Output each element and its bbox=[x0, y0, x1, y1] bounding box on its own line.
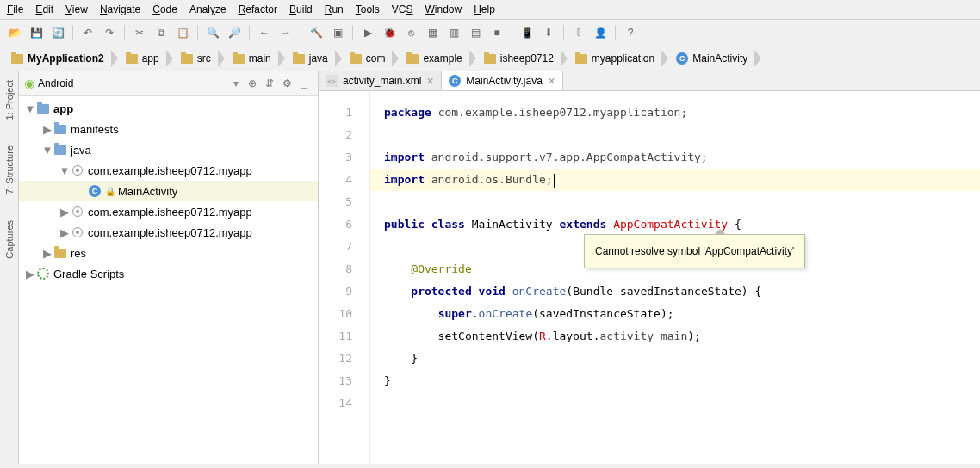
tree-twisty[interactable]: ▶ bbox=[41, 247, 53, 260]
toolbar-stop2-button[interactable]: ■ bbox=[487, 23, 506, 42]
toolbar-replace-button[interactable]: 🔎 bbox=[225, 23, 244, 42]
code-line[interactable]: setContentView(R.layout.activity_main); bbox=[384, 325, 980, 348]
toolbar-undo-button[interactable]: ↶ bbox=[78, 23, 97, 42]
editor-tab[interactable]: <>activity_main.xml✕ bbox=[319, 71, 442, 90]
breadcrumb-item[interactable]: com bbox=[344, 50, 394, 67]
toolbar-save-button[interactable]: 💾 bbox=[27, 23, 46, 42]
tool-window-captures[interactable]: Captures bbox=[4, 220, 15, 259]
code-line[interactable]: import android.os.Bundle; bbox=[370, 169, 980, 191]
code-line[interactable] bbox=[384, 392, 980, 415]
code-line[interactable]: public class MainActivity extends AppCom… bbox=[384, 213, 980, 236]
breadcrumb-item[interactable]: MyApplication2 bbox=[5, 50, 113, 67]
code-line[interactable]: } bbox=[384, 370, 980, 392]
breadcrumb-label: isheep0712 bbox=[500, 52, 554, 65]
breadcrumb-item[interactable]: src bbox=[175, 50, 220, 67]
folder-icon bbox=[292, 52, 306, 65]
toolbar-redo-button[interactable]: ↷ bbox=[100, 23, 119, 42]
tree-item[interactable]: ▼java bbox=[19, 139, 318, 160]
breadcrumb-bar: MyApplication2appsrcmainjavacomexampleis… bbox=[0, 46, 980, 71]
tree-item[interactable]: ▼com.example.isheep0712.myapp bbox=[19, 160, 318, 181]
toolbar-sync-button[interactable]: 🔄 bbox=[48, 23, 67, 42]
collapse-icon[interactable]: ⊕ bbox=[244, 75, 261, 92]
toolbar-find-button[interactable]: 🔍 bbox=[203, 23, 222, 42]
tree-label: manifests bbox=[71, 123, 119, 136]
tree-twisty[interactable]: ▼ bbox=[41, 144, 53, 157]
code-line[interactable]: } bbox=[384, 348, 980, 370]
expand-icon[interactable]: ⇵ bbox=[261, 75, 278, 92]
code-line[interactable]: protected void onCreate(Bundle savedInst… bbox=[384, 280, 980, 303]
breadcrumb-item[interactable]: myapplication bbox=[569, 50, 663, 67]
gear-icon[interactable]: ⚙ bbox=[278, 75, 295, 92]
menu-file[interactable]: File bbox=[7, 3, 23, 15]
menu-code[interactable]: Code bbox=[152, 3, 177, 15]
tree-item[interactable]: ▶com.example.isheep0712.myapp bbox=[19, 222, 318, 243]
toolbar-stop-button[interactable]: ▦ bbox=[423, 23, 442, 42]
code-line[interactable] bbox=[384, 191, 980, 213]
tree-item[interactable]: ▶res bbox=[19, 243, 318, 263]
tree-item[interactable]: ▶manifests bbox=[19, 119, 318, 139]
toolbar-debug-button[interactable]: 🐞 bbox=[380, 23, 399, 42]
breadcrumb-item[interactable]: CMainActivity bbox=[670, 50, 756, 67]
project-tree[interactable]: ▼app▶manifests▼java▼com.example.isheep07… bbox=[19, 96, 318, 464]
close-icon[interactable]: ✕ bbox=[426, 76, 434, 87]
toolbar-copy-button[interactable]: ⧉ bbox=[152, 23, 171, 42]
breadcrumb-item[interactable]: isheep0712 bbox=[478, 50, 562, 67]
toolbar-update-button[interactable]: ⇩ bbox=[569, 23, 588, 42]
toolbar-make-button[interactable]: ▣ bbox=[328, 23, 347, 42]
code-line[interactable]: super.onCreate(savedInstanceState); bbox=[384, 303, 980, 325]
menu-tools[interactable]: Tools bbox=[356, 3, 380, 15]
breadcrumb-item[interactable]: main bbox=[226, 50, 280, 67]
menu-view[interactable]: View bbox=[65, 3, 88, 15]
menu-help[interactable]: Help bbox=[474, 3, 495, 15]
tree-twisty[interactable]: ▶ bbox=[59, 226, 71, 239]
toolbar-back-button[interactable]: ← bbox=[255, 23, 274, 42]
toolbar-paste-button[interactable]: 📋 bbox=[173, 23, 192, 42]
toolbar-cut-button[interactable]: ✂ bbox=[130, 23, 149, 42]
toolbar-avd-button[interactable]: 📱 bbox=[518, 23, 537, 42]
tree-twisty[interactable]: ▼ bbox=[59, 164, 71, 177]
sidebar-view-selector[interactable]: ◉ Android bbox=[24, 77, 233, 90]
hide-icon[interactable]: ⎯ bbox=[295, 75, 313, 92]
menu-refactor[interactable]: Refactor bbox=[239, 3, 277, 15]
android-icon: ◉ bbox=[24, 77, 34, 90]
toolbar-open-button[interactable]: 📂 bbox=[5, 23, 24, 42]
tree-item[interactable]: ▶com.example.isheep0712.myapp bbox=[19, 201, 318, 222]
tree-twisty[interactable]: ▼ bbox=[24, 102, 36, 115]
tree-item[interactable]: ▼app bbox=[19, 98, 318, 119]
code-editor[interactable]: 1234567891011121314 package com.example.… bbox=[319, 91, 980, 464]
tree-item[interactable]: ▶Gradle Scripts bbox=[19, 263, 318, 284]
toolbar-user-button[interactable]: 👤 bbox=[591, 23, 610, 42]
menu-navigate[interactable]: Navigate bbox=[100, 3, 140, 15]
code-content[interactable]: package com.example.isheep0712.myapplica… bbox=[370, 91, 980, 464]
code-line[interactable]: package com.example.isheep0712.myapplica… bbox=[384, 102, 980, 124]
toolbar-layout-button[interactable]: ▥ bbox=[444, 23, 463, 42]
tree-twisty[interactable]: ▶ bbox=[41, 123, 53, 136]
menu-edit[interactable]: Edit bbox=[35, 3, 53, 15]
breadcrumb-item[interactable]: app bbox=[120, 50, 168, 67]
menu-build[interactable]: Build bbox=[289, 3, 313, 15]
toolbar-help-button[interactable]: ? bbox=[621, 23, 640, 42]
toolbar-monitor-button[interactable]: ▤ bbox=[466, 23, 485, 42]
menu-run[interactable]: Run bbox=[325, 3, 344, 15]
toolbar-run-button[interactable]: ▶ bbox=[358, 23, 377, 42]
menu-vcs[interactable]: VCS bbox=[392, 3, 413, 15]
breadcrumb-item[interactable]: example bbox=[400, 50, 470, 67]
tree-twisty[interactable]: ▶ bbox=[24, 268, 36, 280]
code-line[interactable] bbox=[384, 124, 980, 146]
toolbar-attach-button[interactable]: ⎋ bbox=[401, 23, 420, 42]
toolbar-sdk-button[interactable]: ⬇ bbox=[539, 23, 558, 42]
toolbar-separator bbox=[197, 25, 198, 40]
tree-twisty[interactable]: ▶ bbox=[59, 206, 71, 219]
code-line[interactable]: import android.support.v7.app.AppCompatA… bbox=[384, 146, 980, 169]
breadcrumb-item[interactable]: java bbox=[287, 50, 337, 67]
menu-analyze[interactable]: Analyze bbox=[189, 3, 226, 15]
toolbar-fwd-button[interactable]: → bbox=[276, 23, 295, 42]
toolbar-build-button[interactable]: 🔨 bbox=[307, 23, 326, 42]
editor-tab[interactable]: CMainActivity.java✕ bbox=[442, 71, 562, 90]
tool-window-structure[interactable]: 7: Structure bbox=[4, 145, 15, 194]
chevron-down-icon[interactable]: ▾ bbox=[233, 77, 239, 89]
menu-window[interactable]: Window bbox=[425, 3, 462, 15]
tree-item[interactable]: C🔒MainActivity bbox=[19, 181, 318, 201]
close-icon[interactable]: ✕ bbox=[548, 76, 555, 87]
tool-window-project[interactable]: 1: Project bbox=[4, 80, 15, 120]
